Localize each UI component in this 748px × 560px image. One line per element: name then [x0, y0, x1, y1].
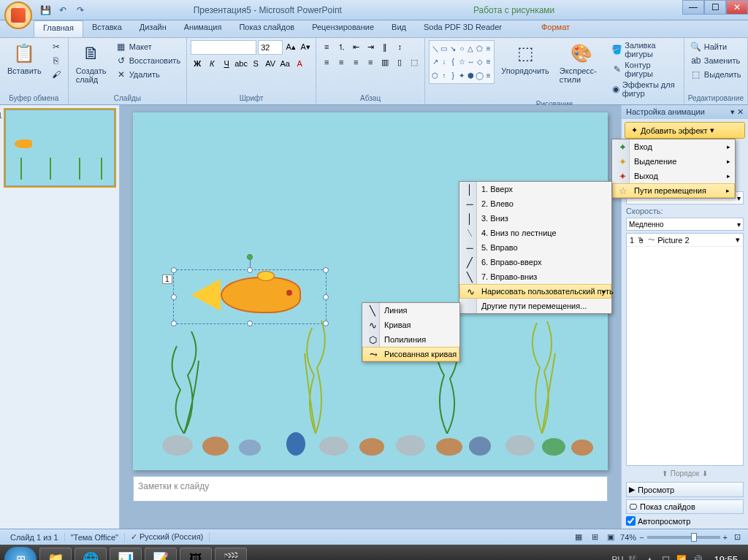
reorder-up-icon[interactable]: ⬆	[662, 469, 668, 477]
text-direction-button[interactable]: ↕	[393, 40, 406, 53]
add-effect-button[interactable]: ✦ Добавить эффект ▾	[625, 122, 745, 139]
flag-icon[interactable]: 🏴	[627, 553, 639, 560]
taskbar-item[interactable]: 📁	[39, 548, 72, 560]
replace-button[interactable]: abЗаменить	[688, 54, 744, 67]
strikethrough-button[interactable]: abc	[234, 57, 248, 70]
layout-button[interactable]: ▦Макет	[113, 40, 183, 53]
menu-item-freeform[interactable]: ⬡Полилиния	[362, 332, 459, 347]
menu-item-down[interactable]: │3. Вниз	[459, 211, 611, 226]
sorter-view-button[interactable]: ⊞	[588, 531, 601, 544]
zoom-out-button[interactable]: −	[639, 533, 644, 542]
indent-dec-button[interactable]: ⇤	[349, 40, 362, 53]
taskbar-item[interactable]: 🖼	[180, 548, 212, 560]
animation-list-item[interactable]: 1 🖱 ⤳ Picture 2 ▾	[627, 234, 743, 247]
tab-format[interactable]: Формат	[533, 20, 579, 37]
slideshow-view-button[interactable]: ▣	[604, 531, 617, 544]
taskbar-item[interactable]: 🎬	[215, 548, 247, 560]
decrease-font-icon[interactable]: A▾	[299, 40, 312, 53]
menu-item-line[interactable]: ╲Линия	[362, 303, 459, 318]
resize-handle[interactable]	[171, 267, 177, 273]
close-pane-icon[interactable]: ▾ ✕	[730, 107, 744, 117]
menu-item-emphasis[interactable]: ✦Выделение▸	[612, 154, 735, 169]
maximize-button[interactable]: ☐	[704, 0, 726, 15]
tab-soda[interactable]: Soda PDF 3D Reader	[415, 20, 511, 37]
quick-styles-button[interactable]: 🎨Экспресс-стили	[556, 40, 606, 85]
paste-button[interactable]: 📋 Вставить	[4, 40, 45, 77]
menu-item-right[interactable]: ─5. Вправо	[459, 240, 611, 255]
resize-handle[interactable]	[323, 267, 329, 273]
taskbar-item[interactable]: 📊	[110, 548, 142, 560]
resize-handle[interactable]	[171, 294, 177, 300]
font-family-input[interactable]	[191, 40, 256, 55]
increase-font-icon[interactable]: A▴	[284, 40, 297, 53]
case-button[interactable]: Aa	[278, 57, 291, 70]
tab-insert[interactable]: Вставка	[83, 20, 131, 37]
font-color-button[interactable]: A	[293, 57, 306, 70]
shape-fill-button[interactable]: 🪣Заливка фигуры	[609, 40, 680, 59]
font-size-input[interactable]	[258, 40, 283, 55]
slide-thumbnail-1[interactable]: 1	[5, 110, 115, 186]
taskbar-item[interactable]: 🌐	[75, 548, 107, 560]
menu-item-other-paths[interactable]: Другие пути перемещения...	[459, 299, 611, 313]
redo-icon[interactable]: ↷	[73, 3, 88, 18]
tab-design[interactable]: Дизайн	[131, 20, 175, 37]
numbering-button[interactable]: ⒈	[335, 40, 348, 53]
minimize-button[interactable]: —	[682, 0, 704, 15]
menu-item-up-right[interactable]: ╱6. Вправо-вверх	[459, 255, 611, 269]
menu-item-entrance[interactable]: ✦Вход▸	[612, 139, 735, 154]
language-indicator[interactable]: ✓ Русский (Россия)	[125, 532, 210, 542]
tab-animation[interactable]: Анимация	[175, 20, 231, 37]
underline-button[interactable]: Ч	[220, 57, 233, 70]
menu-item-stairs[interactable]: ﹨4. Вниз по лестнице	[459, 226, 611, 240]
preview-button[interactable]: ▶Просмотр	[626, 482, 744, 497]
tab-slideshow[interactable]: Показ слайдов	[230, 20, 303, 37]
language-indicator[interactable]: RU	[612, 555, 624, 560]
shadow-button[interactable]: S	[249, 57, 262, 70]
cut-button[interactable]: ✂	[48, 40, 64, 53]
menu-item-scribble[interactable]: ⤳Рисованная кривая	[362, 347, 459, 361]
close-button[interactable]: ✕	[726, 0, 748, 15]
align-center-button[interactable]: ≡	[335, 55, 348, 69]
tray-icon[interactable]: ▲	[644, 553, 655, 560]
align-right-button[interactable]: ≡	[349, 55, 362, 69]
smartart-button[interactable]: ⬚	[408, 55, 421, 69]
spacing-button[interactable]: AV	[264, 57, 277, 70]
shapes-gallery[interactable]: ＼▭↘○△⬠≡ ↗↓{☆↔◇≡ ⬡↑}✦⬢◯≡	[429, 40, 495, 84]
menu-item-up[interactable]: │1. Вверх	[459, 182, 611, 196]
justify-button[interactable]: ≡	[364, 55, 377, 69]
menu-item-custom-path[interactable]: ∿Нарисовать пользовательский путь▸	[459, 284, 611, 299]
fit-window-button[interactable]: ⊡	[730, 531, 744, 544]
tab-view[interactable]: Вид	[383, 20, 415, 37]
find-button[interactable]: 🔍Найти	[688, 40, 744, 53]
menu-item-motion-paths[interactable]: ☆Пути перемещения▸	[612, 183, 735, 198]
taskbar-item[interactable]: 📝	[145, 548, 177, 560]
resize-handle[interactable]	[247, 321, 253, 326]
slideshow-button[interactable]: 🖵Показ слайдов	[626, 499, 744, 514]
notes-input[interactable]: Заметки к слайду	[133, 476, 608, 502]
start-button[interactable]: ⊞	[4, 547, 37, 560]
normal-view-button[interactable]: ▦	[572, 531, 585, 544]
italic-button[interactable]: К	[205, 57, 218, 70]
align-left-button[interactable]: ≡	[320, 55, 333, 69]
fish-shape[interactable]	[191, 277, 301, 317]
undo-icon[interactable]: ↶	[56, 3, 70, 18]
reset-button[interactable]: ↺Восстановить	[113, 54, 183, 67]
zoom-in-button[interactable]: +	[723, 533, 728, 542]
bullets-button[interactable]: ≡	[320, 40, 333, 53]
menu-item-down-right[interactable]: ╲7. Вправо-вниз	[459, 269, 611, 284]
menu-item-curve[interactable]: ∿Кривая	[362, 318, 459, 332]
select-button[interactable]: ⬚Выделить	[688, 68, 744, 81]
speed-dropdown[interactable]: Медленно▾	[626, 218, 744, 231]
save-icon[interactable]: 💾	[38, 3, 53, 18]
columns-button[interactable]: ▥	[378, 55, 392, 69]
arrange-button[interactable]: ⬚Упорядочить	[497, 40, 552, 77]
zoom-slider[interactable]	[647, 536, 720, 539]
line-spacing-button[interactable]: ‖	[378, 40, 392, 53]
shape-effects-button[interactable]: ◉Эффекты для фигур	[609, 80, 680, 99]
rotation-handle[interactable]	[247, 254, 253, 260]
autopreview-checkbox[interactable]: Автопросмотр	[626, 516, 744, 526]
resize-handle[interactable]	[247, 267, 253, 273]
new-slide-button[interactable]: 🗎 Создать слайд	[72, 40, 110, 85]
delete-button[interactable]: ✕Удалить	[113, 68, 183, 81]
align-text-button[interactable]: ▯	[393, 55, 406, 69]
